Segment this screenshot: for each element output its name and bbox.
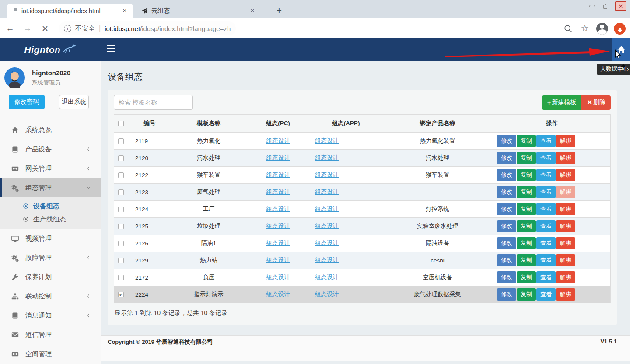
copy-button[interactable]: 复制: [517, 237, 536, 249]
row-checkbox[interactable]: [118, 189, 124, 195]
view-button[interactable]: 查看: [536, 169, 556, 181]
app-design-link[interactable]: 组态设计: [315, 154, 339, 161]
copy-button[interactable]: 复制: [517, 271, 536, 284]
modify-button[interactable]: 修改: [497, 220, 516, 232]
copy-button[interactable]: 复制: [517, 135, 536, 147]
row-checkbox[interactable]: [118, 155, 124, 161]
unbind-button[interactable]: 解绑: [556, 186, 575, 198]
row-checkbox[interactable]: [118, 258, 124, 263]
delete-button[interactable]: ✕删除: [581, 95, 611, 110]
logout-button[interactable]: 退出系统: [59, 95, 89, 109]
sidebar-item-maintenance-plan[interactable]: 保养计划: [0, 267, 101, 287]
unbind-button[interactable]: 解绑: [556, 220, 575, 232]
sidebar-item-fault-mgmt[interactable]: 故障管理: [0, 248, 101, 267]
unbind-button[interactable]: 解绑: [556, 254, 575, 266]
copy-button[interactable]: 复制: [517, 186, 536, 198]
sidebar-item-system-overview[interactable]: 系统总览: [0, 120, 101, 140]
app-design-link[interactable]: 组态设计: [315, 274, 339, 280]
copy-button[interactable]: 复制: [517, 152, 536, 164]
modify-button[interactable]: 修改: [497, 237, 516, 249]
modify-button[interactable]: 修改: [497, 271, 516, 284]
unbind-button[interactable]: 解绑: [556, 203, 575, 215]
sidebar-item-gateway-mgmt[interactable]: 网关管理: [0, 159, 101, 178]
info-icon[interactable]: i: [64, 25, 71, 32]
unbind-button[interactable]: 解绑: [556, 288, 575, 301]
pc-design-link[interactable]: 组态设计: [266, 274, 290, 280]
row-checkbox[interactable]: [118, 138, 124, 144]
big-data-home-button[interactable]: [612, 38, 630, 61]
modify-button[interactable]: 修改: [497, 203, 516, 215]
unbind-button[interactable]: 解绑: [556, 237, 575, 249]
new-template-button[interactable]: +新建模板: [542, 95, 582, 110]
view-button[interactable]: 查看: [536, 135, 556, 147]
close-button[interactable]: ✕: [615, 1, 626, 11]
copy-button[interactable]: 复制: [517, 254, 536, 266]
view-button[interactable]: 查看: [536, 203, 556, 215]
app-design-link[interactable]: 组态设计: [315, 240, 339, 246]
copy-button[interactable]: 复制: [517, 203, 536, 215]
select-all-checkbox[interactable]: [118, 121, 124, 126]
sidebar-item-space-mgmt[interactable]: 空间管理: [0, 344, 101, 364]
pc-design-link[interactable]: 组态设计: [266, 223, 290, 229]
unbind-button[interactable]: 解绑: [556, 169, 575, 181]
row-checkbox[interactable]: [118, 206, 124, 212]
pc-design-link[interactable]: 组态设计: [266, 291, 290, 298]
modify-button[interactable]: 修改: [497, 254, 516, 266]
app-design-link[interactable]: 组态设计: [315, 206, 339, 212]
tab-close-icon[interactable]: ×: [248, 7, 256, 15]
view-button[interactable]: 查看: [536, 254, 556, 266]
sidebar-item-scada-mgmt[interactable]: 组态管理: [0, 178, 101, 197]
tab-close-icon[interactable]: ×: [121, 7, 129, 15]
sidebar-subitem-line-scada[interactable]: 生产线组态: [0, 213, 101, 226]
app-design-link[interactable]: 组态设计: [315, 172, 339, 178]
row-checkbox[interactable]: [118, 241, 124, 246]
unbind-button[interactable]: 解绑: [556, 152, 575, 164]
view-button[interactable]: 查看: [536, 186, 556, 198]
hamburger-icon[interactable]: [107, 45, 116, 54]
browser-tab-inactive[interactable]: 云组态 ×: [135, 4, 261, 18]
pc-design-link[interactable]: 组态设计: [266, 257, 290, 263]
copy-button[interactable]: 复制: [517, 220, 536, 232]
sidebar-item-product-device[interactable]: 产品设备: [0, 140, 101, 159]
modify-button[interactable]: 修改: [497, 186, 516, 198]
browser-tab-active[interactable]: iot.idosp.net/idosp/index.html ×: [7, 4, 133, 18]
copy-button[interactable]: 复制: [517, 169, 536, 181]
app-design-link[interactable]: 组态设计: [315, 257, 339, 263]
sidebar-item-sms-mgmt[interactable]: 短信管理: [0, 325, 101, 344]
app-design-link[interactable]: 组态设计: [315, 137, 339, 144]
new-tab-button[interactable]: +: [273, 4, 285, 17]
profile-avatar[interactable]: [596, 23, 608, 35]
sidebar-subitem-device-scada[interactable]: 设备组态: [0, 200, 101, 213]
row-checkbox[interactable]: [118, 172, 124, 178]
pc-design-link[interactable]: 组态设计: [266, 137, 290, 144]
sidebar-item-message-notify[interactable]: 消息通知: [0, 306, 101, 325]
app-design-link[interactable]: 组态设计: [315, 291, 339, 298]
app-design-link[interactable]: 组态设计: [315, 223, 339, 229]
bookmark-star-icon[interactable]: ☆: [579, 23, 591, 34]
view-button[interactable]: 查看: [536, 288, 556, 301]
back-button[interactable]: ←: [3, 21, 18, 36]
unbind-button[interactable]: 解绑: [556, 135, 575, 147]
app-design-link[interactable]: 组态设计: [315, 189, 339, 195]
search-input[interactable]: [114, 95, 193, 110]
zoom-icon[interactable]: [562, 23, 574, 34]
restore-button[interactable]: [601, 1, 612, 11]
pc-design-link[interactable]: 组态设计: [266, 154, 290, 161]
copy-button[interactable]: 复制: [517, 288, 536, 301]
view-button[interactable]: 查看: [536, 220, 556, 232]
minimize-button[interactable]: [586, 1, 598, 11]
pc-design-link[interactable]: 组态设计: [266, 172, 290, 178]
row-checkbox[interactable]: [118, 224, 124, 229]
view-button[interactable]: 查看: [536, 152, 556, 164]
pc-design-link[interactable]: 组态设计: [266, 240, 290, 246]
pc-design-link[interactable]: 组态设计: [266, 189, 290, 195]
modify-button[interactable]: 修改: [497, 169, 516, 181]
forward-button[interactable]: →: [20, 21, 35, 36]
unbind-button[interactable]: 解绑: [556, 271, 575, 284]
row-checkbox[interactable]: [118, 275, 124, 280]
browser-update-icon[interactable]: [614, 23, 626, 35]
pc-design-link[interactable]: 组态设计: [266, 206, 290, 212]
view-button[interactable]: 查看: [536, 237, 556, 249]
modify-button[interactable]: 修改: [497, 152, 516, 164]
sidebar-item-linkage-control[interactable]: 联动控制: [0, 287, 101, 306]
